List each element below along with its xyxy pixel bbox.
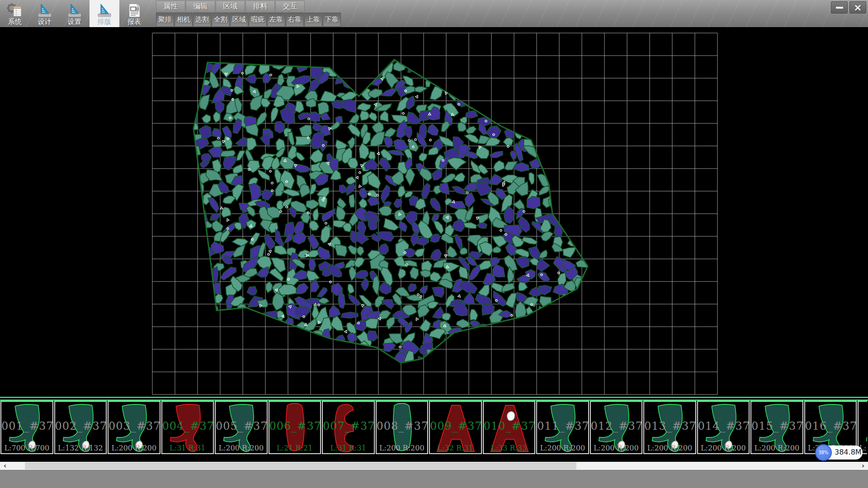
piece-lr-count: L:200 R:200	[751, 444, 802, 452]
thumbnail-cell-4[interactable]: 004_#37L:31 R:31	[161, 401, 214, 454]
piece-id: 015_#37	[751, 420, 802, 432]
nesting-svg	[0, 27, 868, 397]
horizontal-scrollbar[interactable]: ‹ ›	[0, 462, 868, 470]
tool-button-6[interactable]: 瑕疵	[249, 13, 267, 27]
piece-lr-count: L:200 R:200	[698, 444, 749, 452]
close-button[interactable]: ×	[849, 1, 866, 14]
piece-thumbnail-strip: 001_#37L:700 R:700002_#37L:132 R:132003_…	[0, 397, 868, 462]
window-controls: ×	[831, 1, 866, 14]
close-icon: ×	[854, 3, 862, 12]
thumbnail-cell-9[interactable]: 009_#37L:32 R:31	[429, 401, 482, 454]
thumbnail-cell-7[interactable]: 007_#37L:31 R:31	[322, 401, 375, 454]
piece-id: 012_#37	[591, 420, 642, 432]
tool-button-1[interactable]: 聚排	[156, 13, 174, 27]
report-icon	[126, 3, 142, 18]
memory-percent: 38%	[818, 450, 828, 455]
menu-button-3[interactable]: 区域	[216, 0, 245, 12]
thumbnail-cell-14[interactable]: 014_#37L:200 R:200	[697, 401, 750, 454]
piece-lr-count: L:200 R:200	[591, 444, 642, 452]
piece-lr-count: L:32 R:31	[430, 444, 481, 452]
memory-badge: 38% 384.8M	[816, 446, 863, 460]
ruler-icon	[37, 3, 53, 18]
piece-id: 002_#37	[55, 420, 106, 432]
thumbnail-cell-6[interactable]: 006_#37L:21 R:21	[269, 401, 321, 454]
tool-button-7[interactable]: 左靠	[267, 13, 285, 27]
tool-button-5[interactable]: 区域	[230, 13, 248, 27]
menu-bar: 属性编辑区域排料交互	[156, 0, 305, 13]
app-button-5[interactable]: 报表	[119, 0, 149, 27]
thumbnail-cell-15[interactable]: 015_#37L:200 R:200	[750, 401, 803, 454]
piece-id: 010_#37	[484, 420, 535, 432]
thumbnail-cell-10[interactable]: 010_#37L:33 R:33	[483, 401, 536, 454]
app-button-label: 报表	[127, 18, 141, 26]
tool-button-10[interactable]: 下靠	[323, 13, 341, 27]
thumbnail-cell-3[interactable]: 003_#37L:200 R:200	[108, 401, 160, 454]
thumbnail-cell-2[interactable]: 002_#37L:132 R:132	[54, 401, 107, 454]
memory-percent-badge: 38%	[815, 444, 832, 461]
ruler-icon	[96, 3, 113, 18]
thumbnail-cell-13[interactable]: 013_#37L:200 R:200	[643, 401, 696, 454]
piece-id: 004_#37	[162, 420, 213, 432]
piece-lr-count: L:200 R:200	[377, 444, 428, 452]
piece-id: 007_#37	[323, 420, 374, 432]
tool-button-8[interactable]: 右靠	[286, 13, 304, 27]
piece-id: 013_#37	[644, 420, 695, 432]
scroll-left-button[interactable]: ‹	[0, 462, 10, 470]
nesting-canvas[interactable]	[0, 27, 868, 397]
strip-top-line	[0, 397, 868, 398]
thumbnail-cell-5[interactable]: 005_#37L:200 R:200	[215, 401, 268, 454]
minimize-icon	[836, 7, 843, 9]
piece-lr-count: L:31 R:31	[323, 444, 374, 452]
piece-lr-count: L:21 R:21	[269, 444, 321, 452]
app-button-1[interactable]: 系统	[0, 0, 30, 27]
app-window: 系统设计设置排版报表 属性编辑区域排料交互 聚排相机选割全割区域瑕疵左靠右靠上靠…	[0, 0, 868, 488]
piece-lr-count: L:200 R:200	[216, 444, 267, 452]
minimize-button[interactable]	[831, 1, 848, 14]
memory-size: 384.8M	[835, 448, 862, 456]
piece-lr-count: L:200 R:200	[537, 444, 588, 452]
app-button-label: 设计	[38, 18, 52, 26]
tool-button-4[interactable]: 全割	[212, 13, 230, 27]
ruler-icon	[66, 3, 83, 18]
tool-button-3[interactable]: 选割	[193, 13, 211, 27]
thumbnail-cell-11[interactable]: 011_#37L:200 R:200	[536, 401, 589, 454]
app-button-label: 系统	[8, 18, 22, 26]
thumbnail-cell-1[interactable]: 001_#37L:700 R:700	[0, 401, 53, 454]
piece-id: 003_#37	[108, 420, 160, 432]
thumbnail-cell-8[interactable]: 008_#37L:200 R:200	[376, 401, 429, 454]
thumbnail-cells: 001_#37L:700 R:700002_#37L:132 R:132003_…	[0, 401, 868, 454]
scrollbar-thumb[interactable]	[25, 462, 576, 469]
piece-lr-count: L:700 R:700	[1, 444, 52, 452]
piece-id: 005_#37	[216, 420, 267, 432]
piece-id: 009_#37	[430, 420, 481, 432]
app-button-3[interactable]: 设置	[60, 0, 90, 27]
app-button-4[interactable]: 排版	[90, 0, 119, 27]
menu-button-4[interactable]: 排料	[245, 0, 275, 12]
piece-lr-count: L:200 R:200	[644, 444, 695, 452]
piece-id: 001_#37	[1, 420, 52, 432]
piece-lr-count: L:132 R:132	[55, 444, 106, 452]
piece-id: 014_#37	[698, 420, 749, 432]
piece-id: 011_#37	[537, 420, 588, 432]
status-bar	[0, 470, 868, 488]
menu-button-1[interactable]: 属性	[156, 0, 185, 12]
tool-button-2[interactable]: 相机	[175, 13, 193, 27]
piece-id: 008_#37	[377, 420, 428, 432]
tool-bar: 聚排相机选割全割区域瑕疵左靠右靠上靠下靠	[156, 13, 341, 27]
scroll-right-button[interactable]: ›	[858, 462, 868, 470]
titlebar: 系统设计设置排版报表 属性编辑区域排料交互 聚排相机选割全割区域瑕疵左靠右靠上靠…	[0, 0, 868, 27]
piece-lr-count: L:33 R:33	[484, 444, 535, 452]
piece-lr-count: L:31 R:31	[162, 444, 213, 452]
thumbnail-cell-12[interactable]: 012_#37L:200 R:200	[590, 401, 643, 454]
app-mode-buttons: 系统设计设置排版报表	[0, 0, 149, 27]
menu-button-2[interactable]: 编辑	[186, 0, 215, 12]
piece-lr-count: L:200 R:200	[108, 444, 160, 452]
app-button-label: 设置	[68, 18, 81, 26]
tool-button-9[interactable]: 上靠	[304, 13, 322, 27]
system-icon	[7, 3, 23, 18]
menu-button-5[interactable]: 交互	[275, 0, 305, 12]
app-button-label: 排版	[98, 18, 111, 26]
piece-id: 006_#37	[269, 420, 321, 432]
piece-id: 016_#37	[805, 420, 856, 432]
app-button-2[interactable]: 设计	[30, 0, 60, 27]
